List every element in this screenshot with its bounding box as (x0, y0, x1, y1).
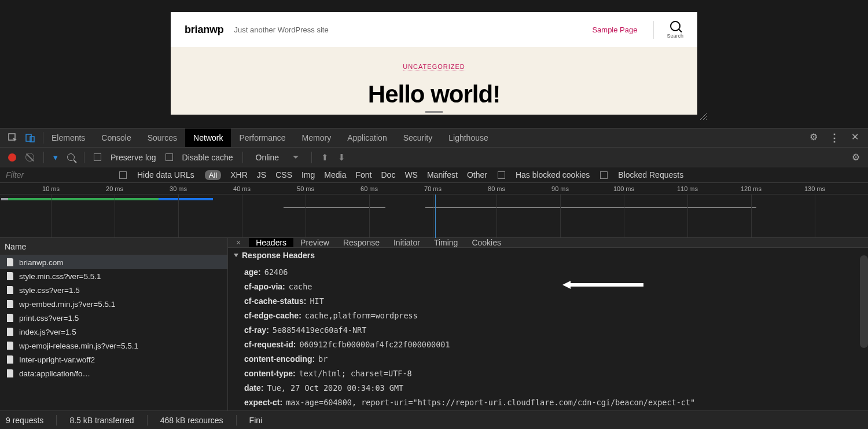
request-row[interactable]: style.css?ver=1.5 (0, 283, 227, 297)
timeline-tick: 130 ms (804, 185, 825, 192)
tab-console[interactable]: Console (93, 129, 139, 147)
tab-lighthouse[interactable]: Lighthouse (440, 129, 496, 147)
request-row[interactable]: brianwp.com (0, 255, 227, 269)
timeline[interactable]: 10 ms20 ms30 ms40 ms50 ms60 ms70 ms80 ms… (0, 182, 868, 238)
filter-input[interactable] (5, 169, 109, 181)
upload-icon[interactable]: ⬆ (321, 152, 329, 163)
search-icon[interactable] (67, 153, 75, 161)
preserve-log-checkbox[interactable] (94, 153, 101, 161)
request-name: wp-embed.min.js?ver=5.5.1 (19, 300, 115, 309)
name-header[interactable]: Name (0, 238, 227, 255)
detail-tab-preview[interactable]: Preview (293, 238, 336, 247)
request-row[interactable]: print.css?ver=1.5 (0, 311, 227, 325)
detail-tab-initiator[interactable]: Initiator (387, 238, 427, 247)
detail-tabs: × HeadersPreviewResponseInitiatorTimingC… (228, 238, 868, 248)
request-row[interactable]: data:application/fo… (0, 366, 227, 380)
inspect-icon[interactable] (8, 133, 17, 142)
tab-elements[interactable]: Elements (43, 129, 93, 147)
tab-security[interactable]: Security (395, 129, 441, 147)
header-line: date:Tue, 27 Oct 2020 00:34:03 GMT (244, 381, 862, 395)
detail-tab-cookies[interactable]: Cookies (465, 238, 508, 247)
header-line: cf-apo-via:cache (244, 280, 862, 294)
record-icon[interactable] (8, 153, 16, 162)
filter-type-all[interactable]: All (205, 170, 221, 180)
tab-memory[interactable]: Memory (294, 129, 340, 147)
site-body: UNCATEGORIZED Hello world! (171, 47, 697, 115)
request-row[interactable]: index.js?ver=1.5 (0, 325, 227, 339)
filter-type-js[interactable]: JS (257, 170, 266, 179)
file-icon (7, 328, 13, 336)
request-row[interactable]: wp-emoji-release.min.js?ver=5.5.1 (0, 339, 227, 353)
header-value: 060912fcfb00000af4fc22f000000001 (299, 340, 450, 349)
throttling-value: Online (256, 153, 279, 162)
filter-bar: Hide data URLs AllXHRJSCSSImgMediaFontDo… (0, 167, 868, 182)
filter-type-img[interactable]: Img (301, 170, 315, 179)
request-row[interactable]: wp-embed.min.js?ver=5.5.1 (0, 297, 227, 311)
category-link[interactable]: UNCATEGORIZED (403, 63, 465, 71)
throttling-select[interactable]: Online (252, 153, 302, 162)
detail-tab-response[interactable]: Response (336, 238, 387, 247)
detail-tab-timing[interactable]: Timing (427, 238, 465, 247)
download-icon[interactable]: ⬇ (338, 152, 345, 163)
file-icon (7, 342, 13, 350)
site-title[interactable]: brianwp (185, 24, 224, 36)
hide-data-urls-checkbox[interactable] (119, 171, 127, 179)
disable-cache-checkbox[interactable] (165, 153, 173, 161)
close-icon[interactable]: ✕ (851, 131, 859, 144)
section-response-headers[interactable]: Response Headers (228, 248, 868, 263)
filter-type-css[interactable]: CSS (275, 170, 292, 179)
timeline-tick: 40 ms (233, 185, 251, 192)
annotation-arrow-icon (562, 281, 643, 289)
site-tagline: Just another WordPress site (234, 25, 329, 34)
timeline-tick: 60 ms (361, 185, 378, 192)
filter-type-media[interactable]: Media (324, 170, 346, 179)
filter-type-doc[interactable]: Doc (381, 170, 395, 179)
tab-performance[interactable]: Performance (231, 129, 293, 147)
request-row[interactable]: style.min.css?ver=5.5.1 (0, 269, 227, 283)
device-toggle-icon[interactable] (25, 133, 35, 142)
status-requests: 9 requests (6, 416, 43, 425)
timeline-tick: 10 ms (42, 185, 60, 192)
file-icon (7, 369, 13, 377)
header-value: br (318, 354, 328, 364)
header-key: cf-ray: (244, 325, 269, 335)
filter-type-font[interactable]: Font (355, 170, 372, 179)
tab-network[interactable]: Network (185, 129, 231, 147)
request-list: brianwp.comstyle.min.css?ver=5.5.1style.… (0, 255, 227, 410)
gear-icon[interactable]: ⚙ (810, 131, 818, 144)
network-controls: ▾ Preserve log Disable cache Online ⬆ ⬇ … (0, 147, 868, 167)
timeline-tick: 80 ms (488, 185, 505, 192)
filter-type-manifest[interactable]: Manifest (427, 170, 458, 179)
filter-toggle-icon[interactable]: ▾ (53, 152, 58, 163)
tab-sources[interactable]: Sources (139, 129, 185, 147)
has-blocked-checkbox[interactable] (498, 171, 505, 179)
header-value: 62406 (264, 267, 288, 277)
detail-panel: × HeadersPreviewResponseInitiatorTimingC… (228, 238, 868, 410)
file-icon (7, 300, 13, 308)
header-value: HIT (310, 296, 323, 306)
tab-application[interactable]: Application (339, 129, 395, 147)
request-name: index.js?ver=1.5 (19, 328, 76, 336)
header-line: content-encoding:br (244, 352, 862, 366)
close-detail-icon[interactable]: × (228, 238, 249, 247)
resize-handle-icon[interactable] (417, 111, 451, 115)
post-title[interactable]: Hello world! (368, 80, 500, 108)
header-value: max-age=604800, report-uri="https://repo… (286, 398, 695, 407)
filter-type-other[interactable]: Other (467, 170, 487, 179)
detail-tab-headers[interactable]: Headers (249, 238, 293, 247)
request-row[interactable]: Inter-upright-var.woff2 (0, 353, 227, 366)
search-button[interactable]: Search (653, 21, 683, 39)
scrollbar[interactable] (860, 255, 868, 348)
has-blocked-label: Has blocked cookies (516, 170, 590, 179)
request-name: brianwp.com (19, 258, 64, 267)
header-value: text/html; charset=UTF-8 (299, 369, 412, 378)
header-value: cache,platform=wordpress (305, 311, 418, 320)
sample-page-link[interactable]: Sample Page (592, 25, 637, 34)
resize-corner-icon[interactable] (700, 112, 708, 120)
blocked-requests-checkbox[interactable] (600, 171, 608, 179)
filter-type-ws[interactable]: WS (404, 170, 418, 179)
kebab-icon[interactable]: ⋮ (829, 131, 840, 144)
gear-icon[interactable]: ⚙ (852, 152, 860, 163)
filter-type-xhr[interactable]: XHR (230, 170, 248, 179)
clear-icon[interactable] (25, 153, 34, 162)
